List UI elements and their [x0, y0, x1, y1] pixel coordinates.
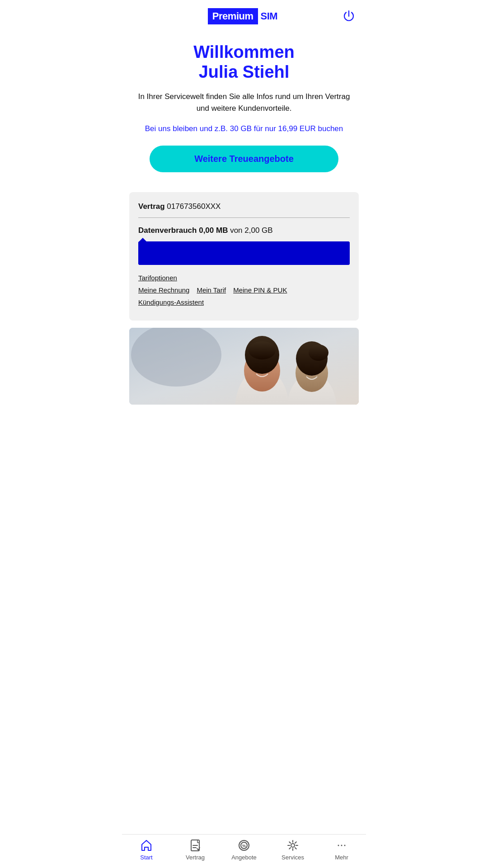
svg-point-9: [309, 344, 328, 361]
loyalty-button[interactable]: Weitere Treueangebote: [150, 146, 338, 172]
data-total: 2,00 GB: [244, 226, 272, 235]
banner-image: [129, 328, 359, 405]
data-separator: von: [230, 226, 242, 235]
contract-header: Vertrag 017673560XXX: [138, 202, 350, 211]
logo-sim-text: SIM: [258, 8, 281, 24]
links-row-1: Tarifoptionen: [138, 274, 350, 282]
tarifoptionen-link[interactable]: Tarifoptionen: [138, 274, 177, 282]
image-banner: [129, 328, 359, 405]
welcome-section: Willkommen Julia Stiehl In Ihrer Service…: [122, 29, 366, 181]
contract-number: 017673560XXX: [167, 202, 221, 211]
links-row-2: Meine Rechnung Mein Tarif Meine PIN & PU…: [138, 286, 350, 294]
data-used: 0,00 MB: [199, 226, 228, 235]
progress-bar-fill: [138, 241, 350, 265]
logo: Premium SIM: [208, 8, 280, 24]
divider: [138, 217, 350, 218]
contract-card: Vertrag 017673560XXX Datenverbrauch 0,00…: [129, 192, 359, 321]
mein-tarif-link[interactable]: Mein Tarif: [197, 286, 226, 294]
progress-bar-background: [138, 241, 350, 265]
kuendigungs-assistent-link[interactable]: Kündigungs-Assistent: [138, 298, 204, 306]
contract-label: Vertrag: [138, 202, 165, 211]
header: Premium SIM: [122, 0, 366, 29]
svg-point-5: [249, 341, 276, 359]
data-label: Datenverbrauch: [138, 226, 197, 235]
power-button[interactable]: [341, 8, 357, 24]
data-usage-label: Datenverbrauch 0,00 MB von 2,00 GB: [138, 226, 350, 235]
meine-pin-puk-link[interactable]: Meine PIN & PUK: [233, 286, 287, 294]
logo-premium-text: Premium: [208, 8, 258, 24]
page-content: Premium SIM Willkommen Julia Stiehl In I…: [122, 0, 366, 445]
welcome-title: Willkommen Julia Stiehl: [133, 42, 355, 82]
welcome-description: In Ihrer Servicewelt finden Sie alle Inf…: [133, 91, 355, 114]
links-row-3: Kündigungs-Assistent: [138, 298, 350, 306]
promo-text[interactable]: Bei uns bleiben und z.B. 30 GB für nur 1…: [133, 123, 355, 135]
meine-rechnung-link[interactable]: Meine Rechnung: [138, 286, 189, 294]
